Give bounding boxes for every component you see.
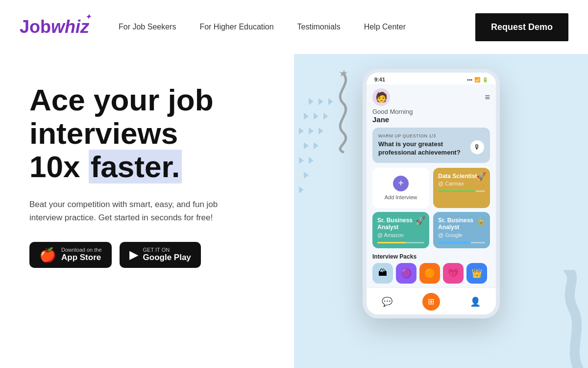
phone-mockup: 9:41 ▪▪▪ 📶 🔋 🧑 ≡ Good Morning Jane [363,69,500,318]
hero-line1: Ace your job [29,83,214,117]
status-icons: ▪▪▪ 📶 🔋 [467,77,488,82]
grid-nav-icon[interactable]: ⊞ [422,293,440,311]
chat-nav-icon[interactable]: 💬 [382,296,392,307]
progress-fill-3 [438,242,471,243]
add-interview-label: Add Interview [385,194,417,200]
logo[interactable]: Job whiz ✦ [20,17,89,37]
signal-icon: ▪▪▪ [467,77,472,82]
greeting: Good Morning Jane [372,108,490,124]
pack-4[interactable]: 💗 [443,263,464,284]
google-play-text: GET IT ON Google Play [143,247,191,263]
hero-section: Ace your job interviews 10x faster. Beat… [0,54,294,368]
store-buttons: 🍎 Download on the App Store ▶ GET IT ON … [29,242,274,268]
google-play-icon: ▶ [129,248,138,262]
nav-higher-education[interactable]: For Higher Education [199,23,273,31]
squiggle-decoration [323,69,363,157]
mic-icon[interactable]: 🎙 [470,140,484,154]
progress-fill-2 [377,242,406,243]
phone-preview-section: 9:41 ▪▪▪ 📶 🔋 🧑 ≡ Good Morning Jane [294,54,588,368]
battery-icon: 🔋 [482,77,488,82]
job-card-google[interactable]: 🔒 Sr. Business Analyst @ Google [433,212,490,248]
profile-nav-icon[interactable]: 👤 [470,296,481,307]
hero-line2: interviews [29,116,178,150]
warmup-question: What is your greatest professional achie… [378,140,466,157]
phone-bottom-nav: 💬 ⊞ 👤 [367,288,496,315]
status-time: 9:41 [374,77,385,82]
nav-testimonials[interactable]: Testimonials [297,23,341,31]
phone-header: 🧑 ≡ [372,84,490,108]
avatar[interactable]: 🧑 [372,88,390,106]
navbar: Job whiz ✦ For Job Seekers For Higher Ed… [0,0,588,54]
nav-help-center[interactable]: Help Center [364,23,406,31]
wifi-icon: 📶 [474,77,480,82]
greeting-name: Jane [372,115,490,124]
job-company-3: @ Google [438,232,485,238]
progress-fill-1 [438,190,476,192]
rocket-icon-2: 🚀 [416,216,425,225]
main-content: Ace your job interviews 10x faster. Beat… [0,54,588,368]
tail-decoration [529,270,588,368]
phone-status-bar: 9:41 ▪▪▪ 📶 🔋 [367,73,496,84]
warmup-row: What is your greatest professional achie… [378,140,484,157]
nav-job-seekers[interactable]: For Job Seekers [119,23,176,31]
app-store-button[interactable]: 🍎 Download on the App Store [29,242,112,268]
progress-bar-2 [377,242,424,243]
job-card-amazon[interactable]: 🚀 Sr. Business Analyst @ Amazon [372,212,429,248]
hero-title: Ace your job interviews 10x faster. [29,83,274,184]
apple-icon: 🍎 [39,247,56,263]
logo-star-icon: ✦ [85,13,91,21]
pack-1[interactable]: 🏔 [372,263,393,284]
logo-whiz-text: whiz ✦ [51,17,89,37]
warmup-label: WARM UP QUESTION 1/3 [378,133,484,138]
job-company-1: @ Carmax [438,181,485,186]
warmup-card[interactable]: WARM UP QUESTION 1/3 What is your greate… [372,128,490,163]
lock-icon: 🔒 [476,216,486,225]
interview-packs-label: Interview Packs [372,253,490,260]
hero-subtitle: Beat your competition with smart, easy, … [29,198,245,224]
hamburger-icon[interactable]: ≡ [485,92,490,103]
greeting-text: Good Morning [372,108,490,115]
pack-5[interactable]: 👑 [466,263,487,284]
packs-row: 🏔 🟣 🟠 💗 👑 [372,263,490,284]
add-interview-card[interactable]: + Add Interview [372,168,429,208]
hero-line3: 10x faster. [29,150,182,184]
app-store-text: Download on the App Store [61,247,102,263]
job-card-data-scientist[interactable]: 🚀 Data Scientist @ Carmax [433,168,490,208]
interview-cards-grid: + Add Interview 🚀 Data Scientist @ Carma… [372,168,490,248]
hero-highlight: faster. [89,150,182,184]
nav-links: For Job Seekers For Higher Education Tes… [119,23,475,31]
rocket-icon-1: 🚀 [476,172,486,181]
google-play-button[interactable]: ▶ GET IT ON Google Play [120,242,201,268]
job-company-2: @ Amazon [377,232,424,238]
add-icon: + [393,176,409,191]
pack-3[interactable]: 🟠 [419,263,440,284]
request-demo-button[interactable]: Request Demo [475,13,568,41]
pack-2[interactable]: 🟣 [396,263,416,284]
logo-job-text: Job [20,17,51,37]
progress-bar-1 [438,190,485,192]
progress-bar-3 [438,242,485,243]
phone-content: 🧑 ≡ Good Morning Jane WARM UP QUESTION 1… [367,84,496,288]
